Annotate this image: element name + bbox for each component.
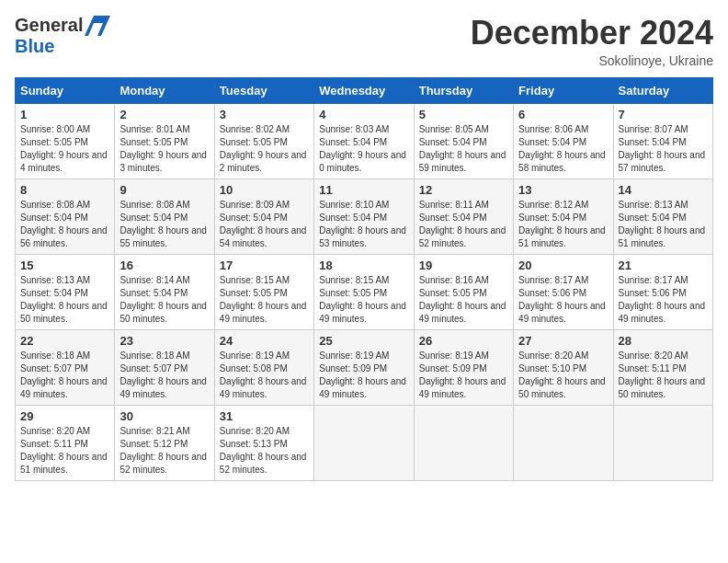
calendar-cell: 31Sunrise: 8:20 AMSunset: 5:13 PMDayligh…	[214, 405, 313, 480]
day-number: 22	[20, 334, 109, 348]
calendar-cell: 7Sunrise: 8:07 AMSunset: 5:04 PMDaylight…	[613, 103, 712, 178]
calendar-cell: 17Sunrise: 8:15 AMSunset: 5:05 PMDayligh…	[214, 254, 313, 329]
day-info: Sunrise: 8:03 AMSunset: 5:04 PMDaylight:…	[319, 123, 408, 175]
day-info: Sunrise: 8:20 AMSunset: 5:11 PMDaylight:…	[619, 350, 708, 401]
day-info: Sunrise: 8:13 AMSunset: 5:04 PMDaylight:…	[619, 199, 708, 250]
calendar-week-row: 22Sunrise: 8:18 AMSunset: 5:07 PMDayligh…	[16, 329, 713, 405]
calendar-cell: 29Sunrise: 8:20 AMSunset: 5:11 PMDayligh…	[16, 405, 115, 480]
day-number: 8	[20, 183, 109, 197]
day-info: Sunrise: 8:11 AMSunset: 5:04 PMDaylight:…	[419, 199, 508, 250]
logo-blue-text: Blue	[15, 36, 54, 57]
day-number: 3	[220, 108, 309, 121]
calendar-cell: 16Sunrise: 8:14 AMSunset: 5:04 PMDayligh…	[115, 254, 214, 329]
day-number: 16	[119, 259, 209, 272]
day-number: 12	[419, 183, 508, 197]
calendar-cell: 26Sunrise: 8:19 AMSunset: 5:09 PMDayligh…	[414, 329, 513, 405]
day-info: Sunrise: 8:06 AMSunset: 5:04 PMDaylight:…	[518, 123, 608, 175]
calendar-cell: 14Sunrise: 8:13 AMSunset: 5:04 PMDayligh…	[613, 178, 712, 254]
calendar-cell: 21Sunrise: 8:17 AMSunset: 5:06 PMDayligh…	[613, 254, 712, 329]
calendar-week-row: 8Sunrise: 8:08 AMSunset: 5:04 PMDaylight…	[16, 178, 713, 254]
day-number: 13	[518, 183, 608, 197]
page-header: General Blue December 2024 Sokolinoye, U…	[15, 15, 713, 68]
weekday-header-wednesday: Wednesday	[314, 77, 414, 103]
day-number: 10	[220, 183, 309, 197]
day-info: Sunrise: 8:19 AMSunset: 5:08 PMDaylight:…	[220, 350, 309, 401]
calendar-cell: 8Sunrise: 8:08 AMSunset: 5:04 PMDaylight…	[16, 178, 115, 254]
calendar-cell: 24Sunrise: 8:19 AMSunset: 5:08 PMDayligh…	[214, 329, 313, 405]
weekday-header-sunday: Sunday	[16, 77, 115, 103]
calendar-week-row: 15Sunrise: 8:13 AMSunset: 5:04 PMDayligh…	[16, 254, 713, 329]
calendar-cell: 3Sunrise: 8:02 AMSunset: 5:05 PMDaylight…	[214, 103, 313, 178]
day-info: Sunrise: 8:08 AMSunset: 5:04 PMDaylight:…	[119, 199, 209, 250]
calendar-cell: 30Sunrise: 8:21 AMSunset: 5:12 PMDayligh…	[115, 405, 214, 480]
day-number: 29	[20, 409, 109, 423]
calendar-cell: 23Sunrise: 8:18 AMSunset: 5:07 PMDayligh…	[115, 329, 214, 405]
day-number: 24	[220, 334, 309, 348]
calendar-cell	[613, 405, 712, 480]
calendar-cell: 11Sunrise: 8:10 AMSunset: 5:04 PMDayligh…	[314, 178, 414, 254]
title-block: December 2024 Sokolinoye, Ukraine	[471, 15, 713, 68]
day-info: Sunrise: 8:18 AMSunset: 5:07 PMDaylight:…	[20, 350, 109, 401]
day-number: 28	[619, 334, 708, 348]
weekday-header-monday: Monday	[115, 77, 214, 103]
day-number: 23	[119, 334, 209, 348]
weekday-header-saturday: Saturday	[613, 77, 712, 103]
day-info: Sunrise: 8:14 AMSunset: 5:04 PMDaylight:…	[119, 274, 209, 326]
day-number: 21	[619, 259, 708, 272]
day-number: 7	[619, 108, 708, 121]
day-info: Sunrise: 8:12 AMSunset: 5:04 PMDaylight:…	[518, 199, 608, 250]
day-number: 31	[220, 409, 309, 423]
calendar-cell	[314, 405, 414, 480]
calendar-cell: 12Sunrise: 8:11 AMSunset: 5:04 PMDayligh…	[414, 178, 513, 254]
calendar-cell: 6Sunrise: 8:06 AMSunset: 5:04 PMDaylight…	[514, 103, 613, 178]
calendar-table: SundayMondayTuesdayWednesdayThursdayFrid…	[15, 77, 713, 481]
day-number: 15	[20, 259, 109, 272]
day-number: 27	[518, 334, 608, 348]
calendar-cell: 4Sunrise: 8:03 AMSunset: 5:04 PMDaylight…	[314, 103, 414, 178]
day-info: Sunrise: 8:17 AMSunset: 5:06 PMDaylight:…	[619, 274, 708, 326]
day-info: Sunrise: 8:05 AMSunset: 5:04 PMDaylight:…	[419, 123, 508, 175]
day-number: 6	[518, 108, 608, 121]
calendar-cell: 27Sunrise: 8:20 AMSunset: 5:10 PMDayligh…	[514, 329, 613, 405]
calendar-cell: 5Sunrise: 8:05 AMSunset: 5:04 PMDaylight…	[414, 103, 513, 178]
weekday-header-row: SundayMondayTuesdayWednesdayThursdayFrid…	[16, 77, 713, 103]
calendar-cell: 1Sunrise: 8:00 AMSunset: 5:05 PMDaylight…	[16, 103, 115, 178]
day-info: Sunrise: 8:20 AMSunset: 5:13 PMDaylight:…	[220, 425, 309, 477]
day-number: 11	[319, 183, 408, 197]
weekday-header-friday: Friday	[514, 77, 613, 103]
calendar-cell: 19Sunrise: 8:16 AMSunset: 5:05 PMDayligh…	[414, 254, 513, 329]
logo: General Blue	[15, 15, 110, 57]
day-info: Sunrise: 8:10 AMSunset: 5:04 PMDaylight:…	[319, 199, 408, 250]
day-number: 14	[619, 183, 708, 197]
day-info: Sunrise: 8:19 AMSunset: 5:09 PMDaylight:…	[419, 350, 508, 401]
day-info: Sunrise: 8:09 AMSunset: 5:04 PMDaylight:…	[220, 199, 309, 250]
logo-general-text: General	[15, 15, 83, 36]
day-info: Sunrise: 8:15 AMSunset: 5:05 PMDaylight:…	[319, 274, 408, 326]
day-number: 19	[419, 259, 508, 272]
day-number: 5	[419, 108, 508, 121]
day-info: Sunrise: 8:20 AMSunset: 5:11 PMDaylight:…	[20, 425, 109, 477]
day-number: 30	[119, 409, 209, 423]
weekday-header-thursday: Thursday	[414, 77, 513, 103]
day-info: Sunrise: 8:15 AMSunset: 5:05 PMDaylight:…	[220, 274, 309, 326]
day-number: 9	[119, 183, 209, 197]
day-info: Sunrise: 8:08 AMSunset: 5:04 PMDaylight:…	[20, 199, 109, 250]
calendar-cell: 9Sunrise: 8:08 AMSunset: 5:04 PMDaylight…	[115, 178, 214, 254]
location-subtitle: Sokolinoye, Ukraine	[471, 53, 713, 68]
calendar-cell: 18Sunrise: 8:15 AMSunset: 5:05 PMDayligh…	[314, 254, 414, 329]
calendar-cell: 15Sunrise: 8:13 AMSunset: 5:04 PMDayligh…	[16, 254, 115, 329]
calendar-cell	[514, 405, 613, 480]
calendar-cell	[414, 405, 513, 480]
weekday-header-tuesday: Tuesday	[214, 77, 313, 103]
calendar-cell: 20Sunrise: 8:17 AMSunset: 5:06 PMDayligh…	[514, 254, 613, 329]
calendar-cell: 2Sunrise: 8:01 AMSunset: 5:05 PMDaylight…	[115, 103, 214, 178]
day-number: 25	[319, 334, 408, 348]
day-number: 17	[220, 259, 309, 272]
day-info: Sunrise: 8:00 AMSunset: 5:05 PMDaylight:…	[20, 123, 109, 175]
day-number: 4	[319, 108, 408, 121]
calendar-cell: 28Sunrise: 8:20 AMSunset: 5:11 PMDayligh…	[613, 329, 712, 405]
calendar-cell: 13Sunrise: 8:12 AMSunset: 5:04 PMDayligh…	[514, 178, 613, 254]
day-number: 2	[119, 108, 209, 121]
day-info: Sunrise: 8:17 AMSunset: 5:06 PMDaylight:…	[518, 274, 608, 326]
calendar-week-row: 1Sunrise: 8:00 AMSunset: 5:05 PMDaylight…	[16, 103, 713, 178]
